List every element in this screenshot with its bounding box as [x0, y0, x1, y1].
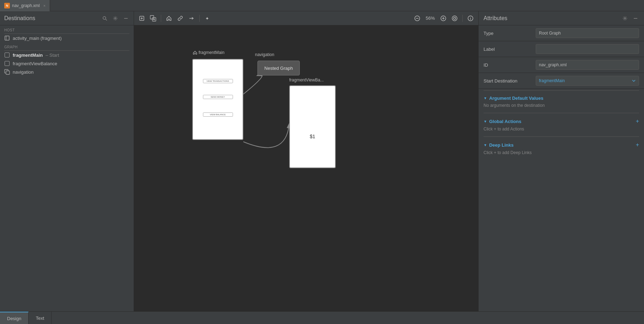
- add-deep-link-button[interactable]: +: [636, 142, 639, 148]
- tab-close-button[interactable]: ×: [43, 4, 45, 8]
- start-destination-label: Start Destination: [484, 78, 533, 84]
- svg-rect-4: [5, 36, 9, 40]
- svg-rect-10: [150, 16, 154, 19]
- view-balance-btn: VIEW BALANCE: [203, 112, 233, 117]
- fragment-main-name: fragmentMain: [13, 53, 43, 58]
- fragment-view-balance-name: fragmentViewBalance: [13, 61, 57, 66]
- svg-line-1: [106, 19, 107, 20]
- svg-point-2: [115, 18, 116, 19]
- search-icon[interactable]: [101, 15, 108, 22]
- add-destination-button[interactable]: [137, 13, 147, 23]
- tab-design[interactable]: Design: [0, 312, 29, 324]
- svg-rect-27: [634, 18, 637, 19]
- fragment-icon-2: [4, 61, 10, 66]
- right-panel-header: Attributes: [479, 11, 644, 25]
- activity-main-item[interactable]: activity_main (fragment): [0, 34, 134, 42]
- toolbar-divider-1: [161, 15, 161, 22]
- svg-point-25: [470, 17, 471, 18]
- deep-links-title: ▼ Deep Links: [484, 142, 514, 148]
- nested-graph-text: Nested Graph: [265, 66, 293, 71]
- home-button[interactable]: [164, 13, 174, 23]
- canvas-content[interactable]: fragmentMain VIEW TRANSACTIONS SEND MONE…: [134, 25, 478, 311]
- start-destination-select[interactable]: fragmentMain: [536, 76, 639, 86]
- toolbar-divider-2: [199, 15, 200, 22]
- svg-rect-3: [124, 18, 128, 19]
- add-global-action-button[interactable]: +: [636, 118, 639, 124]
- deeplink-button[interactable]: [175, 13, 185, 23]
- zoom-in-button[interactable]: [438, 13, 448, 23]
- type-value: Root Graph: [536, 28, 639, 38]
- dollar-amount: $1: [310, 134, 315, 139]
- fragment-icon: [4, 52, 10, 58]
- fragment-main-canvas-label: fragmentMain: [193, 50, 224, 55]
- tab-bar: N nav_graph.xml ×: [0, 0, 644, 11]
- svg-text:✦: ✦: [205, 16, 209, 21]
- arg-section-title: ▼ Argument Default Values: [484, 96, 543, 101]
- sidebar-item-fragment-main[interactable]: fragmentMain – Start: [0, 51, 134, 59]
- right-panel-divider-1: [484, 90, 639, 91]
- zoom-out-button[interactable]: [412, 13, 422, 23]
- tab-text[interactable]: Text: [29, 312, 51, 324]
- left-panel-header: Destinations: [0, 11, 134, 25]
- label-row: Label: [479, 41, 644, 57]
- global-actions-body: Click + to add Actions: [479, 127, 644, 135]
- global-actions-title: ▼ Global Actions: [484, 119, 521, 124]
- svg-rect-6: [6, 71, 10, 74]
- fragment-main-card[interactable]: VIEW TRANSACTIONS SEND MONEY VIEW BALANC…: [192, 59, 243, 140]
- fragment-main-suffix: – Start: [45, 53, 59, 58]
- deep-links-header: ▼ Deep Links +: [479, 138, 644, 150]
- add-nested-button[interactable]: [148, 13, 158, 23]
- nested-graph-icon: [4, 69, 10, 75]
- collapse-left-icon[interactable]: [122, 15, 129, 22]
- action-button[interactable]: [187, 13, 196, 23]
- view-transactions-btn: VIEW TRANSACTIONS: [203, 79, 233, 83]
- toolbar: ✦ 56%: [134, 11, 478, 25]
- sidebar-item-navigation[interactable]: navigation: [0, 68, 134, 76]
- navigation-canvas-label: navigation: [255, 52, 274, 57]
- svg-point-0: [103, 17, 106, 19]
- start-destination-row: Start Destination fragmentMain: [479, 73, 644, 89]
- arg-chevron: ▼: [484, 96, 487, 100]
- svg-point-22: [454, 17, 456, 19]
- global-actions-header: ▼ Global Actions +: [479, 115, 644, 127]
- fragment-view-balance-card[interactable]: $1: [289, 85, 336, 168]
- destinations-title: Destinations: [4, 15, 35, 22]
- label-input[interactable]: [536, 44, 639, 54]
- attributes-title: Attributes: [484, 15, 508, 22]
- right-panel: Attributes Type Root Graph: [478, 11, 644, 311]
- graph-section-label: GRAPH: [0, 42, 134, 50]
- align-button[interactable]: ✦: [202, 13, 212, 23]
- collapse-right-icon[interactable]: [632, 15, 639, 22]
- send-money-btn: SEND MONEY: [203, 95, 233, 99]
- id-label: ID: [484, 62, 533, 68]
- right-panel-divider-3: [484, 136, 639, 137]
- attributes-settings-icon[interactable]: [621, 15, 628, 22]
- file-icon: N: [4, 3, 10, 8]
- nav-graph-tab[interactable]: N nav_graph.xml ×: [0, 0, 50, 11]
- arg-section-body: No arguments on the destination: [479, 103, 644, 111]
- fragment-view-balance-canvas-label: fragmentViewBa...: [289, 78, 324, 82]
- sidebar-item-fragment-view-balance[interactable]: fragmentViewBalance: [0, 59, 134, 68]
- arg-section-header: ▼ Argument Default Values: [479, 92, 644, 103]
- nested-graph-box[interactable]: Nested Graph: [257, 61, 300, 75]
- canvas-area: ✦ 56%: [134, 11, 478, 311]
- bottom-bar: Design Text: [0, 311, 644, 324]
- auto-arrange-button[interactable]: [450, 13, 460, 23]
- left-panel: Destinations: [0, 11, 134, 311]
- id-value: nav_graph.xml: [536, 60, 639, 70]
- deeplinks-chevron: ▼: [484, 143, 487, 147]
- settings-icon[interactable]: [112, 15, 119, 22]
- global-chevron: ▼: [484, 120, 487, 123]
- navigation-name: navigation: [13, 69, 34, 75]
- right-panel-divider-2: [484, 113, 639, 113]
- left-panel-icons: [101, 15, 129, 22]
- activity-main-label: activity_main (fragment): [13, 36, 62, 41]
- deep-links-body: Click + to add Deep Links: [479, 150, 644, 159]
- id-row: ID nav_graph.xml: [479, 57, 644, 73]
- type-row: Type Root Graph: [479, 25, 644, 41]
- host-section-label: HOST: [0, 25, 134, 33]
- activity-icon: [4, 35, 10, 41]
- svg-point-26: [624, 18, 626, 19]
- info-button[interactable]: [466, 13, 475, 23]
- zoom-level: 56%: [424, 16, 437, 21]
